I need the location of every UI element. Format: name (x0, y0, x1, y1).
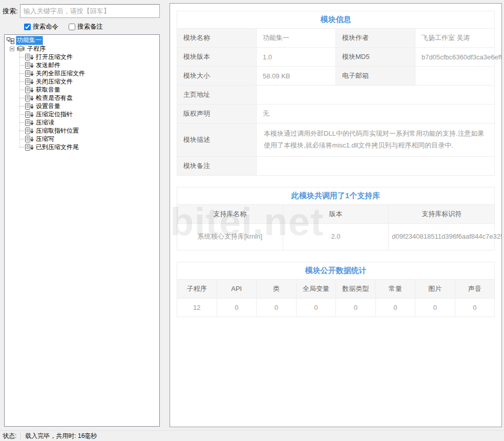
tree-connector (19, 106, 24, 107)
module-md5-label: 模块MD5 (336, 48, 415, 67)
command-icon (25, 95, 34, 101)
status-label: 状态: (3, 432, 16, 440)
module-md5-value: b7d05cfbc6360df3ca3e6ef99f5e474b (415, 48, 495, 67)
search-remark-option[interactable]: 搜索备注 (69, 23, 103, 31)
module-detail-panel: bitei.net 模块信息 模块名称 功能集一 模块作者 飞扬工作室 吴涛 模… (170, 3, 502, 427)
table-row: 模块描述 本模块通过调用外部DLL中的代码而实现对一系列常用功能的支持.注意如果… (177, 123, 495, 157)
command-icon (25, 78, 34, 85)
stats-header-api: API (217, 279, 257, 298)
tree-root-item[interactable]: 功能集一 (6, 36, 159, 45)
command-icon (25, 70, 34, 77)
collapse-toggle-icon[interactable] (10, 47, 14, 51)
stats-header-subroutines: 子程序 (177, 279, 217, 298)
stats-header-globals: 全局变量 (296, 279, 336, 298)
left-panel: 搜索: 搜索命令 搜索备注 (0, 0, 163, 430)
status-bar: 状态: 载入完毕，共用时: 16毫秒 (0, 430, 504, 441)
search-input[interactable] (20, 4, 160, 18)
module-copyright-value: 无 (257, 104, 495, 123)
module-info-title: 模块信息 (177, 11, 495, 29)
tree-connector (19, 147, 24, 148)
tree-item-get-volume[interactable]: 获取音量 (19, 86, 159, 94)
tree-item-label: 已到压缩文件尾 (36, 143, 79, 152)
tree-item-label: 压缩取指针位置 (36, 127, 79, 135)
tree-item-check-disk[interactable]: 检查是否有盘 (19, 94, 159, 102)
stats-value-globals: 0 (296, 298, 336, 317)
tree-connector (19, 122, 24, 123)
lib-name-cell: 系统核心支持库[krnln] (177, 223, 283, 250)
tree-item-close-archive[interactable]: 关闭压缩文件 (19, 77, 159, 86)
search-remark-label: 搜索备注 (77, 23, 103, 31)
module-description-label: 模块描述 (177, 123, 257, 157)
stats-table: 模块公开数据统计 子程序 API 类 全局变量 数据类型 常量 图片 声音 12… (177, 262, 495, 317)
module-version-label: 模块版本 (177, 48, 257, 67)
search-command-label: 搜索命令 (33, 23, 58, 31)
module-tree[interactable]: 功能集一 子程序 打开压缩文件 (4, 34, 160, 427)
table-row: 模块备注 (177, 156, 495, 175)
command-icon (25, 87, 34, 93)
stats-value-subroutines: 12 (177, 298, 217, 317)
module-author-value: 飞扬工作室 吴涛 (415, 29, 495, 48)
table-title-row: 模块公开数据统计 (177, 262, 495, 279)
lib-name-header: 支持库名称 (177, 204, 283, 223)
command-icon (25, 103, 34, 110)
module-size-value: 58.09 KB (257, 67, 336, 86)
module-homepage-label: 主页地址 (177, 86, 257, 104)
table-row: 模块版本 1.0 模块MD5 b7d05cfbc6360df3ca3e6ef99… (177, 48, 495, 67)
lib-guid-cell: d09f2340818511d396f6aaf844c7e325 (389, 223, 495, 250)
stats-header-images: 图片 (415, 279, 455, 298)
support-libs-title: 此模块共调用了1个支持库 (177, 187, 495, 204)
tree-connector (19, 81, 24, 82)
command-icon (25, 144, 34, 151)
tree-item-label: 检查是否有盘 (36, 94, 73, 102)
stats-value-constants: 0 (375, 298, 415, 317)
tree-connector (19, 114, 24, 115)
tree-item-close-all-archives[interactable]: 关闭全部压缩文件 (19, 69, 159, 77)
module-email-value (415, 67, 495, 86)
search-remark-checkbox[interactable] (69, 24, 75, 30)
tree-item-label: 压缩写 (36, 135, 54, 143)
search-command-option[interactable]: 搜索命令 (24, 23, 58, 31)
search-row: 搜索: (3, 4, 163, 18)
module-icon (7, 37, 14, 44)
tree-connector (19, 57, 24, 57)
tree-item-label: 获取音量 (36, 86, 60, 94)
tree-item-set-volume[interactable]: 设置音量 (19, 102, 159, 110)
tree-item-open-archive[interactable]: 打开压缩文件 (19, 53, 159, 61)
tree-item-zip-read[interactable]: 压缩读 (19, 118, 159, 127)
stats-header-constants: 常量 (375, 279, 415, 298)
module-name-value: 功能集一 (257, 29, 336, 48)
lib-version-cell: 2.0 (283, 223, 389, 250)
tree-item-label: 压缩读 (36, 118, 54, 127)
stats-header-datatypes: 数据类型 (336, 279, 376, 298)
tree-group-label: 子程序 (27, 45, 46, 53)
table-title-row: 此模块共调用了1个支持库 (177, 187, 495, 204)
search-options-row: 搜索命令 搜索备注 (24, 23, 163, 31)
tree-connector (19, 73, 24, 74)
module-author-label: 模块作者 (336, 29, 415, 48)
stats-value-sounds: 0 (455, 298, 495, 317)
support-libs-table: 此模块共调用了1个支持库 支持库名称 版本 支持库标识符 系统核心支持库[krn… (177, 187, 495, 250)
command-icon (25, 119, 34, 126)
table-header-row: 子程序 API 类 全局变量 数据类型 常量 图片 声音 (177, 279, 495, 298)
command-icon (25, 128, 34, 134)
search-label: 搜索: (3, 7, 18, 16)
stats-value-api: 0 (217, 298, 257, 317)
table-row: 模块大小 58.09 KB 电子邮箱 (177, 67, 495, 86)
tree-connector (19, 98, 24, 98)
table-row: 版权声明 无 (177, 104, 495, 123)
table-title-row: 模块信息 (177, 11, 495, 29)
tree-group-item[interactable]: 子程序 (6, 45, 159, 53)
tree-item-zip-eof[interactable]: 已到压缩文件尾 (19, 143, 159, 151)
tree-item-zip-tell[interactable]: 压缩取指针位置 (19, 127, 159, 135)
table-row: 系统核心支持库[krnln] 2.0 d09f2340818511d396f6a… (177, 223, 495, 250)
tree-item-label: 设置音量 (36, 102, 60, 111)
table-row: 模块名称 功能集一 模块作者 飞扬工作室 吴涛 (177, 29, 495, 48)
search-command-checkbox[interactable] (24, 24, 31, 30)
tree-connector (19, 65, 24, 66)
module-size-label: 模块大小 (177, 67, 257, 86)
stats-value-datatypes: 0 (336, 298, 376, 317)
tree-item-send-mail[interactable]: 发送邮件 (19, 61, 159, 69)
tree-item-zip-write[interactable]: 压缩写 (19, 135, 159, 143)
tree-connector (19, 131, 24, 131)
tree-item-zip-seek[interactable]: 压缩定位指针 (19, 110, 159, 118)
